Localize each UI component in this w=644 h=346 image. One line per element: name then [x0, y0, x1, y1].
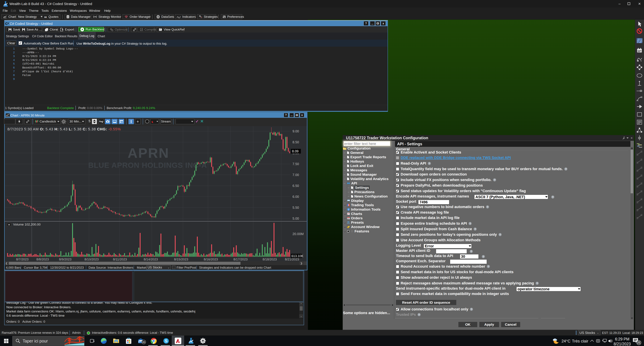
svg-text:8/10/2023: 8/10/2023: [84, 258, 99, 261]
svg-text:8/11/2023: 8/11/2023: [113, 258, 127, 261]
svg-text:7.00: 7.00: [292, 173, 299, 177]
svg-text:BLUE APRON HOLDINGS INC-A: BLUE APRON HOLDINGS INC-A: [88, 161, 207, 169]
svg-text:9.00: 9.00: [292, 129, 299, 133]
svg-text:613.10K: 613.10K: [292, 254, 304, 258]
svg-text:8/9/2023: 8/9/2023: [59, 258, 72, 261]
svg-text:8/21/2023: 8/21/2023: [285, 258, 299, 261]
svg-text:8/16/2023: 8/16/2023: [204, 258, 218, 261]
svg-text:7.50: 7.50: [292, 162, 299, 166]
svg-text:APRN: APRN: [128, 145, 169, 161]
svg-text:i: i: [348, 208, 349, 211]
svg-text:6.00: 6.00: [292, 195, 299, 198]
svg-text:8/15/2023: 8/15/2023: [174, 258, 188, 261]
svg-text:5.00: 5.00: [292, 217, 299, 220]
svg-text:8/8/2023: 8/8/2023: [36, 258, 49, 261]
svg-text:8/17/2023: 8/17/2023: [234, 258, 248, 261]
svg-text:5.50: 5.50: [292, 206, 299, 209]
svg-text:S: S: [165, 338, 167, 343]
svg-text:8/18/2023: 8/18/2023: [263, 258, 277, 261]
svg-text:6.50: 6.50: [292, 184, 299, 188]
svg-text:8.09: 8.09: [292, 149, 298, 153]
svg-text:8/7/2023: 8/7/2023: [16, 258, 28, 261]
svg-text:8/14/2023: 8/14/2023: [144, 258, 158, 261]
svg-text:20.00M: 20.00M: [292, 232, 304, 236]
svg-text:Volume 102,200.00: Volume 102,200.00: [13, 223, 40, 226]
svg-text:8.50: 8.50: [292, 140, 299, 144]
